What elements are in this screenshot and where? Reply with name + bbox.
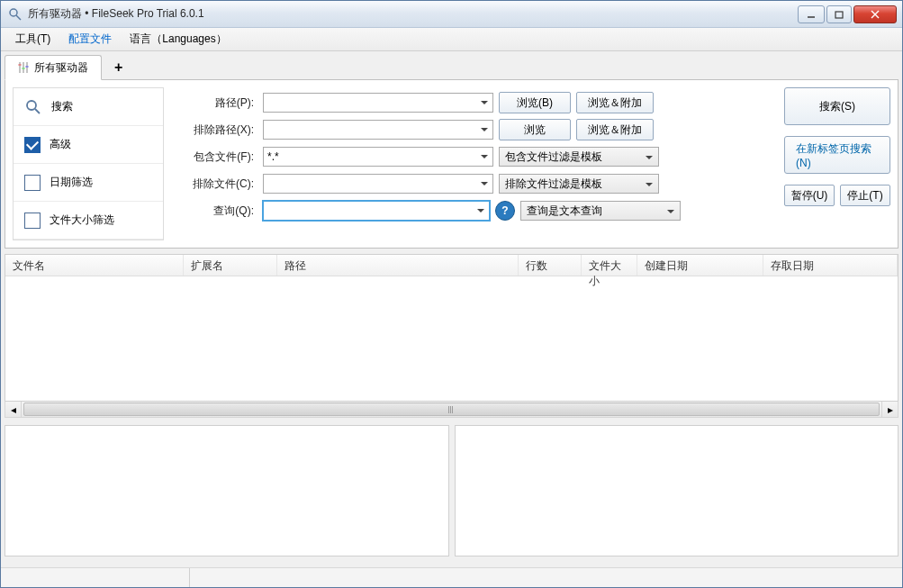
browse-append-exclude-button[interactable]: 浏览＆附加 xyxy=(576,119,654,140)
browse-append-path-button[interactable]: 浏览＆附加 xyxy=(576,92,654,113)
input-path[interactable] xyxy=(263,93,493,113)
dropdown-include-label: 包含文件过滤是模板 xyxy=(505,149,602,165)
maximize-button[interactable] xyxy=(826,5,852,23)
search-button[interactable]: 搜索(S) xyxy=(784,87,890,125)
label-exclude-file: 排除文件(C): xyxy=(180,176,257,192)
sidenav-advanced-label: 高级 xyxy=(50,137,71,152)
results-table: 文件名 扩展名 路径 行数 文件大小 创建日期 存取日期 xyxy=(5,254,898,402)
menu-profiles[interactable]: 配置文件 xyxy=(59,29,121,50)
label-query: 查询(Q): xyxy=(180,204,257,219)
menu-languages[interactable]: 语言（Languages） xyxy=(121,29,235,50)
menu-tools[interactable]: 工具(T) xyxy=(6,29,59,50)
status-bar xyxy=(1,567,902,587)
sidenav-search-label: 搜索 xyxy=(51,99,73,114)
col-path[interactable]: 路径 xyxy=(277,255,519,276)
col-lines[interactable]: 行数 xyxy=(519,255,582,276)
status-cell xyxy=(1,568,190,587)
svg-rect-11 xyxy=(26,66,29,68)
browse-exclude-button[interactable]: 浏览 xyxy=(499,119,571,140)
checkbox-advanced[interactable] xyxy=(24,137,41,153)
sidenav-search[interactable]: 搜索 xyxy=(14,88,163,126)
scroll-left-icon[interactable]: ◂ xyxy=(5,402,22,417)
tab-label: 所有驱动器 xyxy=(34,60,88,76)
sidenav-size-label: 文件大小筛选 xyxy=(50,213,114,228)
dropdown-query-label: 查询是文本查询 xyxy=(527,204,602,219)
svg-line-1 xyxy=(16,15,21,20)
scroll-right-icon[interactable]: ▸ xyxy=(881,402,898,417)
table-body xyxy=(5,276,898,401)
chevron-down-icon xyxy=(642,177,656,192)
app-icon xyxy=(8,7,23,22)
svg-point-0 xyxy=(10,9,17,16)
preview-pane-right xyxy=(455,425,899,556)
sliders-icon xyxy=(18,61,29,74)
col-accessed[interactable]: 存取日期 xyxy=(763,255,898,276)
preview-pane-left xyxy=(5,425,449,556)
svg-point-12 xyxy=(27,101,36,110)
input-exclude-file[interactable] xyxy=(263,174,493,194)
stop-button[interactable]: 停止(T) xyxy=(840,185,890,206)
checkbox-size[interactable] xyxy=(24,213,41,229)
horizontal-scrollbar[interactable]: ◂ ▸ xyxy=(5,402,898,418)
col-size[interactable]: 文件大小 xyxy=(582,255,637,276)
input-exclude-path[interactable] xyxy=(263,120,493,140)
window-title: 所有驱动器 • FileSeek Pro Trial 6.0.1 xyxy=(28,6,798,22)
label-path: 路径(P): xyxy=(180,95,257,111)
input-include-file[interactable] xyxy=(263,147,493,167)
sidenav-size-filter[interactable]: 文件大小筛选 xyxy=(14,202,163,240)
help-button[interactable]: ? xyxy=(495,201,515,221)
label-exclude-path: 排除路径(X): xyxy=(180,122,257,138)
dropdown-exclude-label: 排除文件过滤是模板 xyxy=(505,176,602,192)
sidenav-advanced[interactable]: 高级 xyxy=(14,126,163,164)
tab-add[interactable]: + xyxy=(102,55,135,80)
sidenav-date-label: 日期筛选 xyxy=(50,175,93,190)
browse-path-button[interactable]: 浏览(B) xyxy=(499,92,571,113)
dropdown-query-mode[interactable]: 查询是文本查询 xyxy=(520,201,681,221)
search-icon xyxy=(24,98,42,116)
svg-rect-3 xyxy=(835,12,843,18)
label-include-file: 包含文件(F): xyxy=(180,149,257,165)
svg-rect-10 xyxy=(23,68,25,69)
close-button[interactable] xyxy=(853,5,897,23)
pause-button[interactable]: 暂停(U) xyxy=(784,185,835,206)
svg-line-13 xyxy=(35,109,40,113)
minimize-button[interactable] xyxy=(798,5,825,23)
chevron-down-icon xyxy=(642,150,656,165)
col-created[interactable]: 创建日期 xyxy=(637,255,763,276)
scroll-thumb[interactable] xyxy=(23,403,880,416)
dropdown-exclude-mode[interactable]: 排除文件过滤是模板 xyxy=(499,174,659,194)
col-filename[interactable]: 文件名 xyxy=(5,255,184,276)
svg-rect-9 xyxy=(19,64,22,66)
search-newtab-button[interactable]: 在新标签页搜索(N) xyxy=(784,136,890,174)
checkbox-date[interactable] xyxy=(24,175,41,191)
col-ext[interactable]: 扩展名 xyxy=(184,255,277,276)
sidenav-date-filter[interactable]: 日期筛选 xyxy=(14,164,163,202)
chevron-down-icon xyxy=(664,204,678,219)
input-query[interactable] xyxy=(263,201,490,221)
dropdown-include-mode[interactable]: 包含文件过滤是模板 xyxy=(499,147,659,167)
tab-all-drives[interactable]: 所有驱动器 xyxy=(5,55,102,80)
